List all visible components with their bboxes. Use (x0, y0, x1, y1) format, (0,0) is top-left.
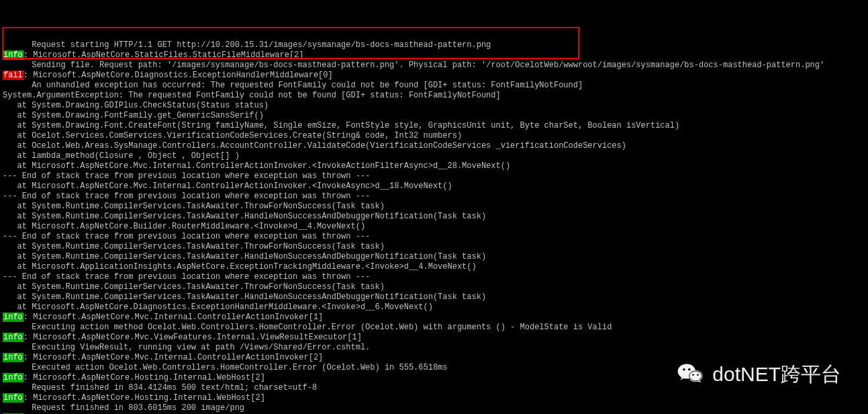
log-text: : Microsoft.AspNetCore.Mvc.Internal.Cont… (23, 353, 323, 362)
log-line: at lambda_method(Closure , Object , Obje… (3, 151, 865, 161)
log-line: --- End of stack trace from previous loc… (3, 171, 865, 181)
log-line: --- End of stack trace from previous loc… (3, 192, 865, 202)
log-line: at System.Runtime.CompilerServices.TaskA… (3, 242, 865, 252)
svg-point-4 (683, 368, 685, 371)
watermark-text: dotNET跨平台 (712, 369, 841, 379)
svg-point-6 (692, 374, 694, 376)
log-line: at System.Drawing.GDIPlus.CheckStatus(St… (3, 101, 865, 111)
log-text: : Microsoft.AspNetCore.Mvc.ViewFeatures.… (23, 333, 362, 342)
log-text: : Microsoft.AspNetCore.Mvc.Internal.Cont… (23, 313, 323, 322)
fail-tag: fail (3, 71, 23, 80)
log-line: An unhandled exception has occurred: The… (3, 81, 865, 91)
log-line: at System.Runtime.CompilerServices.TaskA… (3, 212, 865, 222)
svg-point-5 (688, 368, 691, 371)
log-line: at Microsoft.AspNetCore.Diagnostics.Exce… (3, 302, 865, 313)
log-line: --- End of stack trace from previous loc… (3, 272, 865, 282)
log-line: at Microsoft.AspNetCore.Mvc.Internal.Con… (3, 161, 865, 171)
info-tag: info (3, 373, 23, 382)
log-line: at System.Drawing.FontFamily.get_Generic… (3, 111, 865, 121)
log-text: : Microsoft.AspNetCore.StaticFiles.Stati… (23, 50, 304, 60)
log-line: at System.Runtime.CompilerServices.TaskA… (3, 282, 865, 292)
info-tag: info (3, 313, 23, 322)
info-tag: info (3, 393, 23, 403)
log-line: System.ArgumentException: The requested … (3, 91, 865, 101)
log-line: fail: Microsoft.AspNetCore.Diagnostics.E… (3, 71, 865, 81)
log-line: at System.Runtime.CompilerServices.TaskA… (3, 252, 865, 262)
info-tag: info (3, 353, 23, 362)
log-line: Request finished in 803.6015ms 200 image… (3, 403, 865, 413)
log-line: at System.Runtime.CompilerServices.TaskA… (3, 202, 865, 212)
log-line: at System.Drawing.Font.CreateFont(String… (3, 121, 865, 131)
log-line: at Ocelot.Services.ComServices.Vierifica… (3, 131, 865, 141)
wechat-icon (676, 359, 706, 388)
svg-point-7 (697, 374, 700, 376)
log-line: at Microsoft.AspNetCore.Mvc.Internal.Con… (3, 181, 865, 192)
log-line: info: Microsoft.AspNetCore.Mvc.ViewFeatu… (3, 333, 865, 343)
log-line: info: Microsoft.AspNetCore.Hosting.Inter… (3, 393, 865, 403)
log-text: : Microsoft.AspNetCore.Diagnostics.Excep… (23, 71, 333, 80)
log-line: --- End of stack trace from previous loc… (3, 232, 865, 242)
log-line: info: Microsoft.AspNetCore.StaticFiles.S… (3, 50, 865, 60)
log-line: at Ocelot.Web.Areas.SysManage.Controller… (3, 141, 865, 151)
log-text: : Microsoft.AspNetCore.Hosting.Internal.… (23, 373, 265, 382)
log-line: Executing ViewResult, running view at pa… (3, 343, 865, 353)
info-tag: info (3, 333, 23, 342)
log-line: at Microsoft.ApplicationInsights.AspNetC… (3, 262, 865, 272)
log-line: Request starting HTTP/1.1 GET http://10.… (3, 40, 865, 50)
log-text: : Microsoft.AspNetCore.Hosting.Internal.… (23, 393, 265, 403)
log-line: at System.Runtime.CompilerServices.TaskA… (3, 292, 865, 302)
log-line: info: Microsoft.AspNetCore.Mvc.Internal.… (3, 313, 865, 323)
log-line: at Microsoft.AspNetCore.Builder.RouterMi… (3, 222, 865, 232)
log-line: Sending file. Request path: '/images/sys… (3, 60, 865, 71)
watermark: dotNET跨平台 (676, 359, 841, 388)
log-line: Executing action method Ocelot.Web.Contr… (3, 323, 865, 333)
svg-point-3 (690, 371, 702, 380)
terminal-output[interactable]: Request starting HTTP/1.1 GET http://10.… (0, 40, 868, 414)
info-tag: info (3, 50, 23, 60)
